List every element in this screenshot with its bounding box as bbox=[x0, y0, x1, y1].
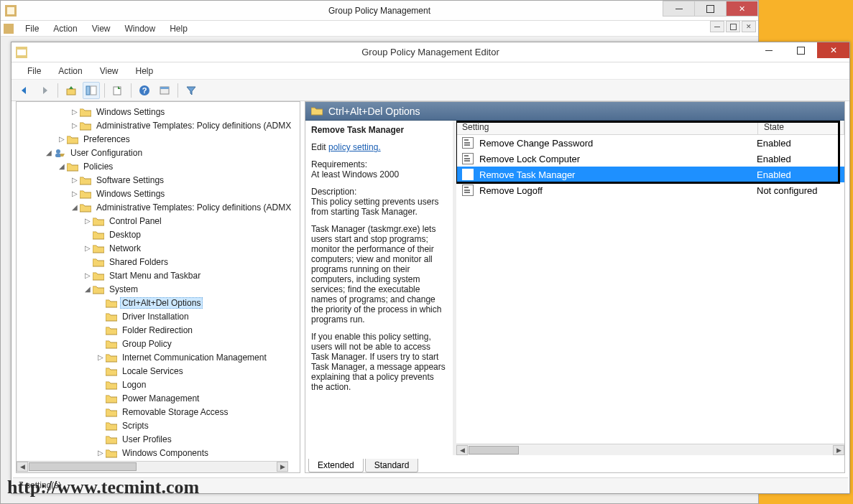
gpme-menu-action[interactable]: Action bbox=[50, 66, 91, 76]
scroll-thumb[interactable] bbox=[29, 462, 137, 471]
expand-toggle-icon[interactable]: ▷ bbox=[83, 217, 93, 225]
watermark-text: http://www.tecmint.com bbox=[7, 477, 199, 498]
gpme-maximize-button[interactable] bbox=[785, 42, 817, 58]
tree-node[interactable]: ▷Administrative Templates: Policy defini… bbox=[17, 118, 300, 132]
gpm-minimize-button[interactable] bbox=[663, 1, 695, 17]
description-p3: If you enable this policy setting, users… bbox=[311, 332, 447, 392]
scroll-left-button[interactable]: ◀ bbox=[17, 462, 28, 472]
toolbar-separator bbox=[104, 83, 105, 98]
gpm-titlebar[interactable]: Group Policy Management bbox=[1, 1, 758, 21]
gpm-menubar: File Action View Window Help bbox=[1, 21, 758, 37]
svg-rect-7 bbox=[91, 86, 96, 95]
list-row[interactable]: Remove LogoffNot configured bbox=[456, 182, 844, 198]
tab-standard[interactable]: Standard bbox=[365, 459, 419, 472]
tree-node[interactable]: Power Management bbox=[17, 391, 300, 405]
gpm-maximize-button[interactable] bbox=[694, 1, 727, 17]
list-horizontal-scrollbar[interactable]: ◀ ▶ bbox=[456, 444, 844, 455]
tree-node[interactable]: ◢Policies bbox=[17, 159, 300, 173]
tree-node[interactable]: Group Policy bbox=[17, 337, 300, 350]
mdi-minimize-button[interactable] bbox=[710, 21, 724, 32]
tree-node[interactable]: ▷Windows Settings bbox=[17, 187, 300, 200]
expand-toggle-icon[interactable]: ◢ bbox=[70, 203, 80, 211]
expand-toggle-icon[interactable]: ▷ bbox=[96, 449, 106, 457]
toolbar-forward-button[interactable] bbox=[36, 82, 53, 99]
tree-node[interactable]: Ctrl+Alt+Del Options bbox=[17, 296, 300, 309]
tree-node-label: Windows Components bbox=[120, 447, 211, 459]
tab-extended[interactable]: Extended bbox=[308, 459, 364, 472]
edit-policy-link[interactable]: policy setting. bbox=[328, 142, 381, 152]
tree-node[interactable]: ▷Windows Components bbox=[17, 446, 300, 459]
list-row[interactable]: Remove Task ManagerEnabled bbox=[456, 167, 844, 182]
tree-node[interactable]: ▷Software Settings bbox=[17, 173, 300, 187]
tree-node[interactable]: ◢User Configuration bbox=[17, 146, 300, 159]
tree-node[interactable]: ▷Control Panel bbox=[17, 214, 300, 228]
gpm-close-button[interactable] bbox=[726, 1, 758, 17]
tree-node[interactable]: ▷Internet Communication Management bbox=[17, 350, 300, 364]
tree-node[interactable]: Desktop bbox=[17, 228, 300, 241]
tree-node[interactable]: Folder Redirection bbox=[17, 323, 300, 337]
tree-pane[interactable]: ▷Windows Settings▷Administrative Templat… bbox=[16, 101, 300, 473]
tree-node[interactable]: Removable Storage Access bbox=[17, 405, 300, 419]
tree-node[interactable]: User Profiles bbox=[17, 432, 300, 446]
tree-node[interactable]: Driver Installation bbox=[17, 309, 300, 323]
gpm-menubar-icon bbox=[4, 24, 14, 34]
mdi-restore-button[interactable] bbox=[726, 21, 740, 32]
tree-node-label: Administrative Templates: Policy definit… bbox=[94, 202, 293, 213]
gpm-menu-action[interactable]: Action bbox=[46, 24, 84, 34]
tree-node[interactable]: ◢Administrative Templates: Policy defini… bbox=[17, 200, 300, 214]
tree-node[interactable]: ▷Start Menu and Taskbar bbox=[17, 269, 300, 282]
expand-toggle-icon[interactable]: ▷ bbox=[83, 271, 93, 279]
folder-icon bbox=[311, 106, 323, 117]
list-row[interactable]: Remove Change PasswordEnabled bbox=[456, 135, 844, 151]
list-row[interactable]: Remove Lock ComputerEnabled bbox=[456, 151, 844, 167]
expand-toggle-icon[interactable]: ◢ bbox=[57, 162, 67, 170]
toolbar-help-button[interactable]: ? bbox=[136, 82, 153, 99]
tree-node[interactable]: Logon bbox=[17, 378, 300, 391]
list-header[interactable]: Setting State bbox=[456, 121, 844, 135]
tree-node[interactable]: Shared Folders bbox=[17, 255, 300, 269]
toolbar-show-tree-button[interactable] bbox=[83, 82, 100, 99]
tree-horizontal-scrollbar[interactable]: ◀ ▶ bbox=[17, 461, 288, 472]
scroll-thumb[interactable] bbox=[469, 446, 519, 454]
expand-toggle-icon[interactable]: ▷ bbox=[96, 353, 106, 361]
gpm-menu-view[interactable]: View bbox=[85, 24, 118, 34]
scroll-left-button[interactable]: ◀ bbox=[456, 445, 468, 455]
gpm-menu-window[interactable]: Window bbox=[118, 24, 163, 34]
policy-item-icon bbox=[462, 169, 474, 180]
expand-toggle-icon[interactable]: ◢ bbox=[44, 149, 54, 157]
toolbar-properties-button[interactable] bbox=[156, 82, 173, 99]
scroll-right-button[interactable]: ▶ bbox=[833, 445, 844, 455]
tree-node[interactable]: Scripts bbox=[17, 419, 300, 432]
gpm-menu-file[interactable]: File bbox=[18, 24, 46, 34]
tree-node[interactable]: ▷Network bbox=[17, 241, 300, 255]
expand-toggle-icon[interactable]: ▷ bbox=[57, 135, 67, 143]
tree-node[interactable]: ▷Preferences bbox=[17, 132, 300, 146]
gpme-titlebar[interactable]: Group Policy Management Editor bbox=[11, 42, 849, 62]
column-setting[interactable]: Setting bbox=[456, 121, 758, 134]
gpme-minimize-button[interactable] bbox=[752, 42, 785, 58]
tree-node-label: Group Policy bbox=[120, 338, 174, 350]
expand-toggle-icon[interactable]: ▷ bbox=[70, 108, 80, 116]
toolbar-back-button[interactable] bbox=[16, 82, 33, 99]
svg-rect-2 bbox=[4, 24, 14, 34]
gpme-menu-file[interactable]: File bbox=[19, 66, 50, 76]
toolbar-filter-button[interactable] bbox=[183, 82, 200, 99]
gpme-close-button[interactable] bbox=[817, 42, 849, 58]
column-state[interactable]: State bbox=[758, 121, 844, 134]
expand-toggle-icon[interactable]: ▷ bbox=[70, 121, 80, 129]
gpme-menu-help[interactable]: Help bbox=[127, 66, 162, 76]
expand-toggle-icon[interactable]: ▷ bbox=[83, 244, 93, 252]
expand-toggle-icon[interactable]: ▷ bbox=[70, 176, 80, 184]
mdi-close-button[interactable] bbox=[742, 21, 756, 32]
expand-toggle-icon[interactable]: ◢ bbox=[83, 285, 93, 293]
settings-list[interactable]: Setting State Remove Change PasswordEnab… bbox=[456, 121, 844, 455]
expand-toggle-icon[interactable]: ▷ bbox=[70, 190, 80, 197]
tree-node[interactable]: Locale Services bbox=[17, 364, 300, 378]
scroll-right-button[interactable]: ▶ bbox=[277, 462, 288, 472]
toolbar-export-button[interactable] bbox=[109, 82, 126, 99]
gpme-menu-view[interactable]: View bbox=[91, 66, 127, 76]
tree-node[interactable]: ▷Windows Settings bbox=[17, 105, 300, 118]
gpm-menu-help[interactable]: Help bbox=[162, 24, 195, 34]
toolbar-up-button[interactable] bbox=[63, 82, 80, 99]
tree-node[interactable]: ◢System bbox=[17, 282, 300, 296]
